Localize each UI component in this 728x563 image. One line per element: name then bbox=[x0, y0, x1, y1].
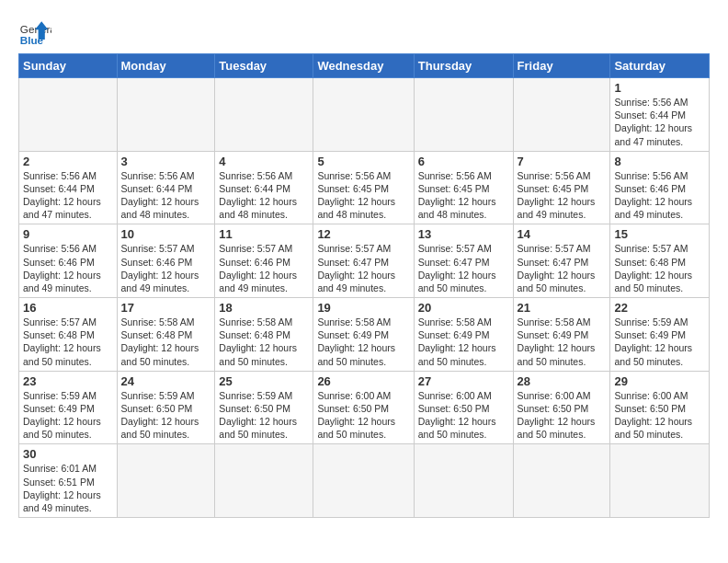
calendar-week-row: 30Sunrise: 6:01 AM Sunset: 6:51 PM Dayli… bbox=[19, 444, 710, 518]
calendar-cell: 26Sunrise: 6:00 AM Sunset: 6:50 PM Dayli… bbox=[313, 371, 414, 444]
calendar-cell: 13Sunrise: 5:57 AM Sunset: 6:47 PM Dayli… bbox=[414, 224, 513, 298]
calendar-cell: 12Sunrise: 5:57 AM Sunset: 6:47 PM Dayli… bbox=[313, 224, 414, 298]
day-info: Sunrise: 5:57 AM Sunset: 6:47 PM Dayligh… bbox=[317, 242, 409, 294]
calendar-cell: 20Sunrise: 5:58 AM Sunset: 6:49 PM Dayli… bbox=[414, 298, 513, 372]
day-info: Sunrise: 5:56 AM Sunset: 6:45 PM Dayligh… bbox=[317, 169, 409, 222]
calendar-header-row: SundayMondayTuesdayWednesdayThursdayFrid… bbox=[19, 54, 710, 78]
day-info: Sunrise: 5:57 AM Sunset: 6:48 PM Dayligh… bbox=[614, 242, 705, 294]
day-info: Sunrise: 6:00 AM Sunset: 6:50 PM Dayligh… bbox=[418, 389, 509, 442]
day-info: Sunrise: 6:00 AM Sunset: 6:50 PM Dayligh… bbox=[518, 389, 607, 442]
calendar-cell: 30Sunrise: 6:01 AM Sunset: 6:51 PM Dayli… bbox=[19, 444, 118, 518]
day-number: 13 bbox=[418, 227, 509, 241]
day-info: Sunrise: 5:59 AM Sunset: 6:50 PM Dayligh… bbox=[219, 389, 309, 442]
calendar-cell: 19Sunrise: 5:58 AM Sunset: 6:49 PM Dayli… bbox=[313, 298, 414, 372]
calendar-week-row: 2Sunrise: 5:56 AM Sunset: 6:44 PM Daylig… bbox=[19, 151, 710, 224]
day-number: 11 bbox=[219, 227, 309, 241]
calendar-cell: 5Sunrise: 5:56 AM Sunset: 6:45 PM Daylig… bbox=[313, 151, 414, 224]
calendar-week-row: 9Sunrise: 5:56 AM Sunset: 6:46 PM Daylig… bbox=[19, 224, 710, 298]
day-number: 27 bbox=[418, 374, 509, 388]
calendar-cell: 11Sunrise: 5:57 AM Sunset: 6:46 PM Dayli… bbox=[215, 224, 313, 298]
day-number: 16 bbox=[23, 301, 113, 315]
day-number: 17 bbox=[121, 301, 211, 315]
day-number: 1 bbox=[614, 81, 705, 95]
calendar-cell: 7Sunrise: 5:56 AM Sunset: 6:45 PM Daylig… bbox=[513, 151, 610, 224]
day-info: Sunrise: 5:58 AM Sunset: 6:48 PM Dayligh… bbox=[121, 316, 211, 368]
calendar-cell: 23Sunrise: 5:59 AM Sunset: 6:49 PM Dayli… bbox=[19, 371, 118, 444]
day-number: 12 bbox=[317, 227, 409, 241]
calendar-cell: 17Sunrise: 5:58 AM Sunset: 6:48 PM Dayli… bbox=[117, 298, 215, 372]
day-number: 19 bbox=[317, 301, 409, 315]
day-info: Sunrise: 5:56 AM Sunset: 6:46 PM Dayligh… bbox=[23, 242, 113, 294]
day-info: Sunrise: 5:59 AM Sunset: 6:50 PM Dayligh… bbox=[121, 389, 211, 442]
calendar-cell bbox=[610, 444, 710, 518]
calendar-week-row: 16Sunrise: 5:57 AM Sunset: 6:48 PM Dayli… bbox=[19, 298, 710, 372]
day-info: Sunrise: 5:56 AM Sunset: 6:46 PM Dayligh… bbox=[614, 169, 705, 222]
calendar-cell: 1Sunrise: 5:56 AM Sunset: 6:44 PM Daylig… bbox=[610, 78, 710, 152]
calendar-cell bbox=[19, 78, 118, 152]
day-number: 6 bbox=[418, 155, 509, 168]
day-number: 2 bbox=[23, 155, 113, 168]
day-number: 29 bbox=[614, 374, 705, 388]
day-number: 8 bbox=[614, 155, 705, 168]
calendar-cell bbox=[215, 444, 313, 518]
day-info: Sunrise: 5:58 AM Sunset: 6:49 PM Dayligh… bbox=[317, 316, 409, 368]
day-info: Sunrise: 5:56 AM Sunset: 6:44 PM Dayligh… bbox=[614, 96, 705, 148]
day-number: 26 bbox=[317, 374, 409, 388]
day-number: 15 bbox=[614, 227, 705, 241]
calendar-cell: 16Sunrise: 5:57 AM Sunset: 6:48 PM Dayli… bbox=[19, 298, 118, 372]
day-info: Sunrise: 5:56 AM Sunset: 6:44 PM Dayligh… bbox=[121, 169, 211, 222]
column-header-tuesday: Tuesday bbox=[215, 54, 313, 78]
day-info: Sunrise: 5:56 AM Sunset: 6:45 PM Dayligh… bbox=[418, 169, 509, 222]
calendar-cell: 4Sunrise: 5:56 AM Sunset: 6:44 PM Daylig… bbox=[215, 151, 313, 224]
calendar-cell bbox=[117, 444, 215, 518]
calendar-cell: 14Sunrise: 5:57 AM Sunset: 6:47 PM Dayli… bbox=[513, 224, 610, 298]
day-info: Sunrise: 5:57 AM Sunset: 6:48 PM Dayligh… bbox=[23, 316, 113, 368]
logo-icon: General Blue bbox=[18, 15, 51, 48]
calendar-cell: 22Sunrise: 5:59 AM Sunset: 6:49 PM Dayli… bbox=[610, 298, 710, 372]
day-info: Sunrise: 5:57 AM Sunset: 6:46 PM Dayligh… bbox=[219, 242, 309, 294]
day-info: Sunrise: 6:01 AM Sunset: 6:51 PM Dayligh… bbox=[23, 462, 113, 514]
calendar-cell: 6Sunrise: 5:56 AM Sunset: 6:45 PM Daylig… bbox=[414, 151, 513, 224]
calendar-cell: 15Sunrise: 5:57 AM Sunset: 6:48 PM Dayli… bbox=[610, 224, 710, 298]
calendar-cell: 27Sunrise: 6:00 AM Sunset: 6:50 PM Dayli… bbox=[414, 371, 513, 444]
calendar-cell bbox=[513, 444, 610, 518]
day-info: Sunrise: 5:56 AM Sunset: 6:44 PM Dayligh… bbox=[219, 169, 309, 222]
day-number: 28 bbox=[518, 374, 607, 388]
calendar-cell: 18Sunrise: 5:58 AM Sunset: 6:48 PM Dayli… bbox=[215, 298, 313, 372]
logo: General Blue bbox=[18, 15, 51, 48]
day-info: Sunrise: 5:58 AM Sunset: 6:48 PM Dayligh… bbox=[219, 316, 309, 368]
day-info: Sunrise: 6:00 AM Sunset: 6:50 PM Dayligh… bbox=[614, 389, 705, 442]
calendar-cell: 9Sunrise: 5:56 AM Sunset: 6:46 PM Daylig… bbox=[19, 224, 118, 298]
calendar-table: SundayMondayTuesdayWednesdayThursdayFrid… bbox=[18, 53, 710, 518]
calendar-cell bbox=[117, 78, 215, 152]
day-number: 18 bbox=[219, 301, 309, 315]
day-number: 24 bbox=[121, 374, 211, 388]
column-header-saturday: Saturday bbox=[610, 54, 710, 78]
calendar-cell: 29Sunrise: 6:00 AM Sunset: 6:50 PM Dayli… bbox=[610, 371, 710, 444]
calendar-cell bbox=[513, 78, 610, 152]
day-number: 14 bbox=[518, 227, 607, 241]
calendar-cell bbox=[215, 78, 313, 152]
calendar-cell: 24Sunrise: 5:59 AM Sunset: 6:50 PM Dayli… bbox=[117, 371, 215, 444]
calendar-cell bbox=[313, 78, 414, 152]
day-number: 4 bbox=[219, 155, 309, 168]
day-number: 25 bbox=[219, 374, 309, 388]
day-info: Sunrise: 5:57 AM Sunset: 6:47 PM Dayligh… bbox=[418, 242, 509, 294]
calendar-cell: 8Sunrise: 5:56 AM Sunset: 6:46 PM Daylig… bbox=[610, 151, 710, 224]
calendar-cell: 3Sunrise: 5:56 AM Sunset: 6:44 PM Daylig… bbox=[117, 151, 215, 224]
day-info: Sunrise: 5:58 AM Sunset: 6:49 PM Dayligh… bbox=[418, 316, 509, 368]
column-header-sunday: Sunday bbox=[19, 54, 118, 78]
calendar-cell: 21Sunrise: 5:58 AM Sunset: 6:49 PM Dayli… bbox=[513, 298, 610, 372]
day-info: Sunrise: 6:00 AM Sunset: 6:50 PM Dayligh… bbox=[317, 389, 409, 442]
column-header-wednesday: Wednesday bbox=[313, 54, 414, 78]
day-number: 22 bbox=[614, 301, 705, 315]
day-number: 21 bbox=[518, 301, 607, 315]
day-number: 30 bbox=[23, 447, 113, 461]
calendar-cell: 10Sunrise: 5:57 AM Sunset: 6:46 PM Dayli… bbox=[117, 224, 215, 298]
calendar-cell bbox=[414, 444, 513, 518]
calendar-cell: 28Sunrise: 6:00 AM Sunset: 6:50 PM Dayli… bbox=[513, 371, 610, 444]
day-number: 7 bbox=[518, 155, 607, 168]
day-number: 9 bbox=[23, 227, 113, 241]
calendar-cell bbox=[313, 444, 414, 518]
calendar-cell: 25Sunrise: 5:59 AM Sunset: 6:50 PM Dayli… bbox=[215, 371, 313, 444]
